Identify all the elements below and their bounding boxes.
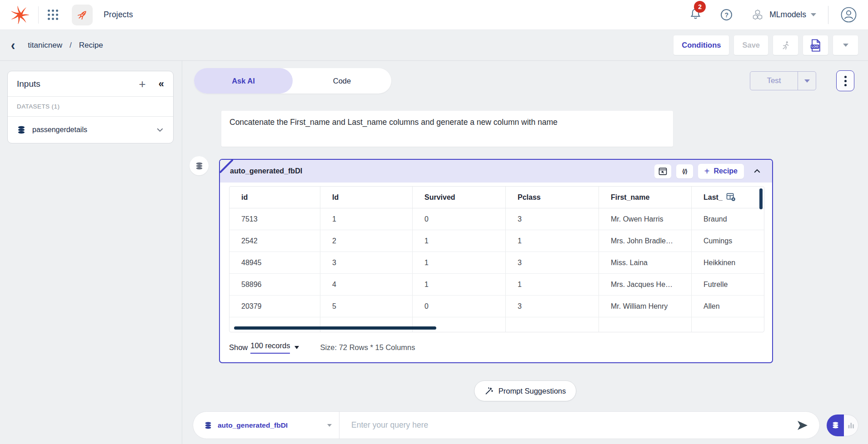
column-header[interactable]: Pclass [506, 187, 599, 208]
cell: 7513 [229, 208, 320, 230]
dataset-item-passengerdetails[interactable]: passengerdetails [8, 117, 173, 143]
vertical-scrollbar[interactable] [759, 188, 763, 209]
breadcrumb-separator: / [70, 41, 72, 50]
result-view-toggle [827, 414, 858, 436]
send-query-button[interactable] [797, 420, 808, 431]
tab-code[interactable]: Code [293, 68, 391, 94]
cell: 5 [320, 296, 413, 317]
cell: Mr. Owen Harris [599, 208, 692, 230]
run-button[interactable] [773, 35, 798, 55]
chart-view-toggle-button[interactable] [844, 414, 858, 436]
table-row[interactable]: 2542 2 1 1 Mrs. John Bradle… Cumings [229, 230, 764, 252]
column-header[interactable]: id [229, 187, 320, 208]
result-panel: auto_generated_fbDI ⟨/⟩ + Recipe [219, 159, 773, 363]
magic-wand-icon [484, 386, 494, 395]
column-header[interactable]: Survived [413, 187, 506, 208]
conditions-button[interactable]: Conditions [673, 35, 729, 55]
workspace-name: MLmodels [769, 10, 806, 20]
add-recipe-button[interactable]: + Recipe [698, 164, 744, 179]
datasets-section-label: DATASETS (1) [17, 103, 60, 110]
notifications-bell-icon[interactable]: 2 [689, 7, 702, 22]
table-size-text: Size: 72 Rows * 15 Columns [320, 343, 415, 352]
cell: Mrs. Jacques He… [599, 274, 692, 295]
cell: 58896 [229, 274, 320, 295]
collapse-panel-button[interactable] [753, 167, 761, 175]
test-dropdown-button[interactable] [798, 72, 816, 90]
view-code-button[interactable]: ⟨/⟩ [676, 164, 693, 178]
table-row[interactable]: 48945 3 1 3 Miss. Laina Heikkinen [229, 252, 764, 274]
show-records-dropdown[interactable]: Show 100 records [229, 341, 299, 354]
cell: Cumings [692, 230, 764, 252]
prompt-suggestions-label: Prompt Suggestions [499, 387, 566, 395]
cell: Futrelle [692, 274, 764, 295]
add-input-button[interactable]: + [139, 78, 146, 90]
cell: 20379 [229, 296, 320, 317]
horizontal-scrollbar[interactable] [234, 326, 436, 330]
product-name: Projects [104, 10, 133, 20]
column-settings-icon[interactable] [726, 193, 736, 202]
open-in-view-button[interactable] [654, 164, 671, 178]
back-button[interactable]: ‹ [11, 38, 15, 52]
recipe-main: Ask AI Code Test Concatenate the First_n… [182, 61, 868, 444]
cell: 0 [413, 296, 506, 317]
tab-ask-ai[interactable]: Ask AI [194, 68, 293, 94]
brand-logo-icon[interactable] [11, 6, 29, 24]
editor-mode-tabs: Ask AI Code [194, 68, 391, 94]
send-icon [797, 420, 808, 431]
cell: Braund [692, 208, 764, 230]
cell: 0 [413, 208, 506, 230]
prompt-suggestions-button[interactable]: Prompt Suggestions [474, 380, 577, 401]
cell: Allen [692, 296, 764, 317]
table-row[interactable]: 7513 1 0 3 Mr. Owen Harris Braund [229, 208, 764, 230]
projects-rocket-icon[interactable] [72, 5, 93, 25]
user-prompt-message: Concatenate the First_name and Last_name… [221, 111, 673, 147]
log-button[interactable]: LOG [803, 35, 828, 55]
breadcrumb-project[interactable]: titanicnew [28, 41, 62, 50]
column-header[interactable]: Id [320, 187, 413, 208]
database-icon [195, 162, 204, 170]
cell: 4 [320, 274, 413, 295]
recipe-button-label: Recipe [714, 167, 738, 175]
chevron-up-icon [753, 167, 761, 175]
column-header-label: Last_ [703, 193, 723, 202]
cell: 2542 [229, 230, 320, 252]
breadcrumb-current[interactable]: Recipe [79, 41, 103, 50]
column-header[interactable]: Last_ [692, 187, 764, 208]
cell: 48945 [229, 252, 320, 273]
cell: Miss. Laina [599, 252, 692, 273]
runner-icon [781, 40, 791, 50]
inputs-sidebar: Inputs + « DATASETS (1) passengerdetails [0, 61, 182, 444]
cell: 1 [413, 230, 506, 252]
help-icon[interactable]: ? [721, 9, 732, 20]
test-button[interactable]: Test [750, 72, 798, 90]
workspace-selector[interactable]: MLmodels [751, 9, 816, 21]
panel-corner-notch [219, 159, 233, 173]
query-input[interactable] [339, 420, 797, 430]
cell: 1 [413, 252, 506, 273]
more-options-kebab-button[interactable] [836, 70, 854, 91]
notification-badge: 2 [694, 1, 706, 13]
collapse-sidebar-button[interactable]: « [159, 79, 164, 89]
table-row[interactable]: 58896 4 1 1 Mrs. Jacques He… Futrelle [229, 274, 764, 296]
more-actions-dropdown[interactable] [833, 35, 858, 55]
cell: Heikkinen [692, 252, 764, 273]
column-header[interactable]: First_name [599, 187, 692, 208]
result-table: id Id Survived Pclass First_name Last_ [229, 186, 764, 332]
table-view-toggle-button[interactable] [827, 414, 844, 436]
query-dataset-selector[interactable]: auto_generated_fbDI [193, 412, 339, 439]
cell: 3 [506, 296, 599, 317]
cubes-icon [751, 9, 764, 21]
chevron-down-icon[interactable] [156, 126, 164, 134]
log-file-icon: LOG [810, 39, 821, 52]
inputs-title: Inputs [17, 79, 139, 89]
table-row-partial [229, 317, 764, 332]
chevron-down-icon [843, 44, 848, 47]
app-grid-icon[interactable] [48, 10, 58, 20]
test-split-button: Test [750, 71, 816, 90]
user-avatar[interactable] [840, 6, 857, 23]
table-row[interactable]: 20379 5 0 3 Mr. William Henry Allen [229, 296, 764, 317]
database-icon [832, 421, 839, 429]
query-bar: auto_generated_fbDI [193, 411, 820, 439]
dataset-name: passengerdetails [32, 126, 156, 134]
save-button[interactable]: Save [734, 35, 768, 55]
